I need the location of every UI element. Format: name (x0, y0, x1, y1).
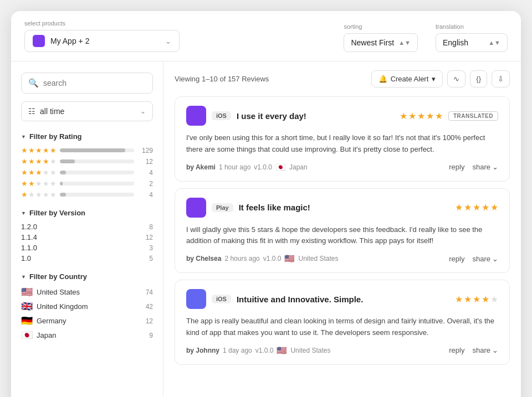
empty-star-icon: ★ (43, 168, 49, 177)
rating-row[interactable]: ★★★★★ 129 (21, 146, 153, 154)
rating-bar-fill (60, 148, 125, 152)
filter-rating-section: ▼ Filter by Rating ★★★★★ 129 ★★★★★ 12 ★★… (21, 132, 153, 199)
rating-row[interactable]: ★★★★★ 4 (21, 168, 153, 177)
reviewer-avatar (186, 106, 206, 126)
share-button[interactable]: share ⌄ (472, 163, 498, 171)
review-card: iOS Intuitive and Innovative. Simple. ★★… (175, 280, 510, 365)
version-row[interactable]: 1.1.4 12 (21, 233, 153, 241)
country-count: 12 (146, 317, 153, 325)
filled-star-icon: ★ (28, 179, 35, 188)
filled-star-icon: ★ (482, 294, 489, 305)
share-button[interactable]: share ⌄ (472, 346, 498, 354)
version-count: 5 (149, 255, 153, 262)
review-stars: ★★★★★ (400, 111, 443, 121)
collapse-icon: ▼ (21, 210, 26, 216)
reviewer-avatar (186, 198, 206, 218)
country-label: United Kingdom (37, 302, 142, 311)
header-right: sorting Newest First ▲▼ translation Engl… (344, 23, 508, 52)
empty-star-icon: ★ (50, 179, 57, 188)
rss-button[interactable]: ∿ (447, 70, 466, 87)
version-rows: 1.2.0 8 1.1.4 12 1.1.0 3 1.0 5 (21, 223, 153, 262)
filter-country-header[interactable]: ▼ Filter by Country (21, 272, 153, 281)
filter-country-label: Filter by Country (29, 272, 87, 281)
filled-star-icon: ★ (455, 294, 463, 305)
filled-star-icon: ★ (400, 111, 407, 121)
product-select[interactable]: My App + 2 ⌄ (24, 30, 180, 52)
rating-count: 4 (137, 169, 153, 177)
country-label: United States (37, 288, 142, 296)
platform-badge: iOS (212, 111, 231, 120)
review-version: v1.0.0 (263, 255, 282, 262)
main-content: Viewing 1–10 of 157 Reviews 🔔 Create Ale… (163, 61, 521, 397)
country-row[interactable]: 🇺🇸 United States 74 (21, 286, 153, 298)
create-alert-button[interactable]: 🔔 Create Alert ▾ (371, 70, 443, 87)
country-flag-icon: 🇺🇸 (21, 286, 33, 298)
time-filter-text: all time (40, 107, 136, 116)
rating-row[interactable]: ★★★★★ 2 (21, 179, 153, 188)
review-body: I will gladly give this 5 stars & hope t… (186, 224, 498, 248)
review-card: iOS I use it every day! ★★★★★ TRANSLATED… (175, 96, 510, 182)
collapse-icon: ▼ (21, 134, 26, 140)
review-card-header: Play It feels like magic! ★★★★★ (186, 198, 498, 218)
search-input[interactable] (43, 79, 146, 87)
reply-button[interactable]: reply (449, 163, 464, 171)
country-row[interactable]: 🇯🇵 Japan 9 (21, 329, 153, 341)
country-row[interactable]: 🇩🇪 Germany 12 (21, 315, 153, 327)
translation-label: translation (436, 23, 508, 30)
version-row[interactable]: 1.1.0 3 (21, 244, 153, 252)
version-row[interactable]: 1.2.0 8 (21, 223, 153, 231)
code-button[interactable]: {} (470, 70, 487, 87)
time-filter-select[interactable]: ☷ all time ⌄ (21, 101, 153, 121)
filter-rating-header[interactable]: ▼ Filter by Rating (21, 132, 153, 141)
review-country-flag-icon: 🇺🇸 (277, 346, 287, 355)
version-label: 1.2.0 (21, 223, 37, 231)
review-version: v1.0.0 (254, 163, 272, 171)
review-card-header: iOS I use it every day! ★★★★★ TRANSLATED (186, 106, 498, 126)
review-title: It feels like magic! (239, 203, 449, 212)
review-country: Japan (289, 163, 308, 171)
search-box[interactable]: 🔍 (21, 73, 153, 94)
version-row[interactable]: 1.0 5 (21, 254, 153, 262)
filled-star-icon: ★ (464, 202, 472, 213)
share-button[interactable]: share ⌄ (472, 255, 498, 263)
review-country-flag-icon: 🇺🇸 (284, 254, 295, 264)
filled-star-icon: ★ (28, 168, 35, 177)
rating-row[interactable]: ★★★★★ 12 (21, 157, 153, 166)
filled-star-icon: ★ (435, 111, 443, 121)
filter-version-section: ▼ Filter by Version 1.2.0 8 1.1.4 12 1.1… (21, 209, 153, 262)
translation-select[interactable]: English ▲▼ (436, 33, 508, 52)
filled-star-icon: ★ (35, 168, 42, 177)
review-time: 1 day ago (223, 347, 252, 354)
empty-star-icon: ★ (43, 179, 49, 188)
rating-bar-fill (60, 171, 66, 174)
country-row[interactable]: 🇬🇧 United Kingdom 42 (21, 301, 153, 312)
country-flag-icon: 🇩🇪 (21, 315, 33, 327)
app-container: select products My App + 2 ⌄ sorting New… (11, 11, 521, 397)
filled-star-icon: ★ (28, 157, 35, 166)
rating-row[interactable]: ★★★★★ 4 (21, 190, 153, 199)
platform-badge: iOS (212, 295, 231, 303)
platform-badge: Play (212, 203, 233, 212)
filled-star-icon: ★ (43, 157, 49, 166)
review-country-flag-icon: 🇯🇵 (275, 162, 286, 172)
filled-star-icon: ★ (473, 294, 480, 305)
sorting-select[interactable]: Newest First ▲▼ (344, 33, 418, 52)
filled-star-icon: ★ (35, 157, 42, 166)
rating-count: 4 (137, 191, 153, 199)
reply-button[interactable]: reply (449, 346, 464, 354)
product-select-text: My App + 2 (50, 37, 160, 45)
create-alert-label: Create Alert (391, 75, 429, 83)
empty-star-icon: ★ (50, 168, 57, 177)
review-footer: by Chelsea 2 hours ago v1.0.0 🇺🇸 United … (186, 254, 498, 264)
header: select products My App + 2 ⌄ sorting New… (11, 11, 521, 61)
filled-star-icon: ★ (482, 202, 489, 213)
share-chevron-icon: ⌄ (492, 346, 498, 354)
review-actions: reply share ⌄ (449, 346, 498, 354)
body: 🔍 ☷ all time ⌄ ▼ Filter by Rating ★★★★★ … (11, 61, 521, 397)
empty-star-icon: ★ (35, 179, 42, 188)
filter-version-header[interactable]: ▼ Filter by Version (21, 209, 153, 217)
empty-star-icon: ★ (35, 190, 42, 199)
reply-button[interactable]: reply (449, 255, 464, 263)
star-display: ★★★★★ (21, 157, 57, 166)
download-button[interactable]: ⇩ (492, 70, 510, 87)
